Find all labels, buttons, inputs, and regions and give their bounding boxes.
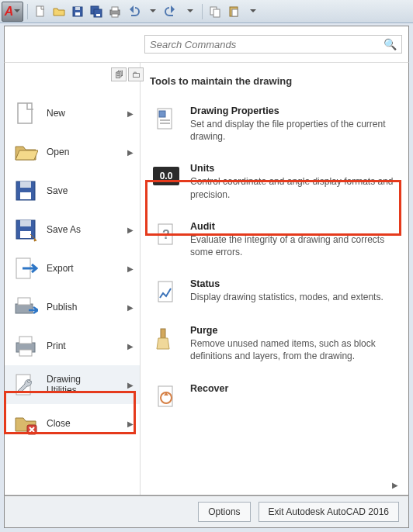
- svg-rect-25: [19, 337, 32, 344]
- tool-status[interactable]: Status Display drawing statistics, modes…: [150, 271, 399, 313]
- menu-label: Save: [47, 185, 134, 196]
- chevron-right-icon: ▶: [127, 109, 134, 118]
- qat-saveall[interactable]: [88, 3, 105, 20]
- qat-print[interactable]: [106, 3, 123, 20]
- page-icon: [12, 100, 39, 126]
- svg-rect-23: [18, 298, 30, 305]
- open-docs-button[interactable]: 🗀: [128, 67, 144, 81]
- svg-rect-22: [16, 304, 33, 313]
- qat-redo-more[interactable]: [181, 3, 198, 20]
- menu-label: Publish: [47, 302, 127, 313]
- recent-docs-button[interactable]: 🗐: [111, 67, 127, 81]
- tool-units[interactable]: 0.0 Units Control coordinate and angle d…: [150, 155, 399, 208]
- separator: [27, 4, 28, 19]
- menu-save-as[interactable]: Save As ▶: [5, 210, 140, 249]
- recover-icon: [153, 383, 179, 409]
- tool-title: Units: [190, 163, 396, 174]
- svg-text:?: ?: [162, 228, 170, 241]
- qat-paste[interactable]: [225, 3, 242, 20]
- quick-access-toolbar: A: [0, 0, 413, 23]
- app-menu-dropdown: 🔍 🗐 🗀 New ▶ Open ▶ Save Sav: [4, 26, 409, 528]
- properties-icon: [153, 105, 179, 132]
- menu-open[interactable]: Open ▶: [5, 133, 140, 171]
- units-icon: 0.0: [153, 163, 179, 189]
- menu-drawing-utilities[interactable]: Drawing Utilities ▶: [5, 365, 140, 404]
- folder-open-icon: [12, 139, 39, 165]
- app-menu-button[interactable]: A: [2, 2, 23, 22]
- svg-rect-8: [112, 7, 118, 11]
- menu-save[interactable]: Save: [5, 171, 140, 210]
- tool-desc: Evaluate the integrity of a drawing and …: [190, 233, 396, 258]
- menu-label: Open: [47, 147, 127, 157]
- save-as-icon: [12, 216, 39, 243]
- search-input[interactable]: [150, 39, 384, 50]
- svg-rect-9: [112, 14, 118, 17]
- export-icon: [12, 255, 39, 282]
- close-icon: [12, 410, 39, 437]
- svg-rect-30: [159, 111, 165, 117]
- menu-label: Close: [47, 418, 127, 429]
- tool-desc: Control coordinate and angle display for…: [190, 175, 396, 200]
- tool-desc: Display drawing statistics, modes, and e…: [190, 291, 384, 303]
- qat-redo[interactable]: [162, 3, 179, 20]
- tool-title: Status: [190, 278, 384, 289]
- qat-customize[interactable]: [244, 3, 261, 20]
- chevron-right-icon: ▶: [127, 148, 134, 157]
- menu-new[interactable]: New ▶: [5, 94, 140, 133]
- chevron-right-icon: ▶: [392, 481, 398, 489]
- app-menu-list: New ▶ Open ▶ Save Save As ▶ Export ▶: [5, 63, 141, 495]
- separator: [202, 4, 203, 19]
- print-icon: [12, 333, 39, 359]
- recent-pinned-toggle: 🗐 🗀: [111, 67, 144, 81]
- svg-rect-6: [96, 14, 100, 16]
- tool-title: Recover: [190, 383, 228, 394]
- menu-label: Print: [47, 340, 127, 351]
- options-button[interactable]: Options: [198, 502, 250, 522]
- menu-print[interactable]: Print ▶: [5, 326, 140, 365]
- chevron-right-icon: ▶: [127, 226, 134, 234]
- search-commands[interactable]: 🔍: [144, 35, 402, 54]
- tool-drawing-properties[interactable]: Drawing Properties Set and display the f…: [150, 98, 399, 150]
- menu-label: New: [47, 108, 127, 119]
- tool-purge[interactable]: Purge Remove unused named items, such as…: [150, 317, 399, 370]
- chevron-right-icon: ▶: [127, 381, 134, 389]
- audit-icon: ?: [153, 221, 179, 247]
- save-icon: [12, 178, 39, 204]
- svg-rect-31: [160, 119, 170, 121]
- qat-undo-more[interactable]: [144, 3, 161, 20]
- qat-open[interactable]: [50, 3, 68, 20]
- menu-export[interactable]: Export ▶: [5, 249, 140, 288]
- chevron-right-icon: ▶: [127, 342, 134, 351]
- autocad-logo-icon: A: [5, 5, 14, 19]
- svg-rect-11: [213, 9, 220, 17]
- svg-rect-16: [20, 192, 31, 199]
- tool-desc: Set and display the file properties of t…: [190, 118, 396, 143]
- svg-rect-36: [161, 329, 165, 338]
- svg-rect-2: [75, 12, 80, 16]
- svg-rect-0: [36, 6, 43, 16]
- svg-rect-20: [20, 220, 31, 226]
- tool-desc: Remove unused named items, such as block…: [190, 337, 396, 362]
- wrench-icon: [12, 371, 39, 398]
- qat-undo[interactable]: [125, 3, 142, 20]
- exit-button[interactable]: Exit Autodesk AutoCAD 2016: [259, 502, 399, 522]
- svg-rect-19: [20, 231, 31, 238]
- submenu-panel: Tools to maintain the drawing Drawing Pr…: [141, 63, 408, 495]
- menu-publish[interactable]: Publish ▶: [5, 288, 140, 326]
- qat-save[interactable]: [69, 3, 86, 20]
- tool-audit[interactable]: ? Audit Evaluate the integrity of a draw…: [150, 213, 399, 266]
- tool-title: Audit: [190, 221, 396, 232]
- chevron-right-icon: ▶: [127, 420, 134, 428]
- menu-label: Export: [47, 263, 127, 274]
- tool-title: Purge: [190, 325, 396, 336]
- chevron-right-icon: ▶: [127, 303, 134, 312]
- chevron-down-icon: [13, 5, 20, 19]
- search-icon: 🔍: [384, 38, 397, 50]
- qat-new[interactable]: [32, 3, 49, 20]
- submenu-title: Tools to maintain the drawing: [150, 75, 399, 87]
- qat-copy[interactable]: [206, 3, 224, 20]
- svg-rect-26: [19, 350, 32, 356]
- tool-recover[interactable]: Recover: [150, 375, 399, 417]
- menu-label: Save As: [47, 224, 127, 235]
- menu-close[interactable]: Close ▶: [5, 404, 140, 443]
